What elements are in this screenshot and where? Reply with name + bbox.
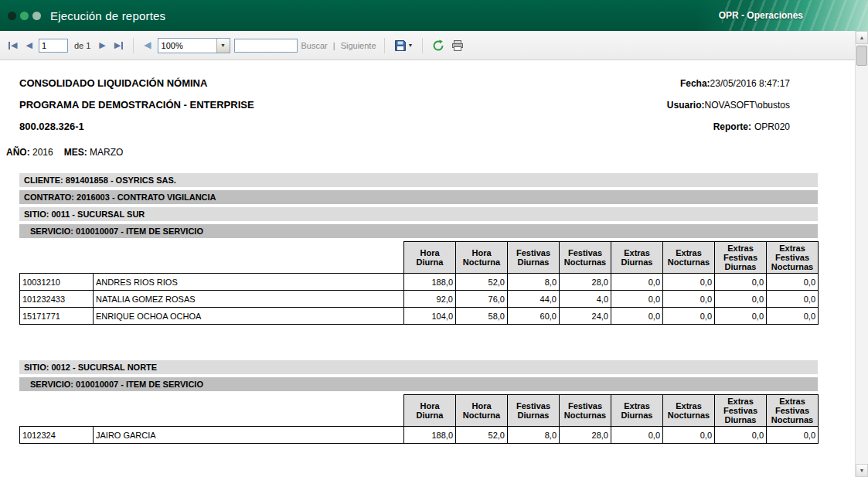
sitio-section: SITIO: 0012 - SUCURSAL NORTE SERVICIO: 0… xyxy=(19,360,868,444)
value-cell: 44,0 xyxy=(508,291,560,308)
app-title: Ejecución de reportes xyxy=(50,9,165,22)
zoom-value: 100% xyxy=(158,41,216,50)
prev-page-button[interactable]: ◀ xyxy=(23,39,34,51)
window-dot-2[interactable] xyxy=(20,12,29,20)
scroll-down-icon: ▼ xyxy=(859,468,865,473)
value-cell: 76,0 xyxy=(456,291,508,308)
value-cell: 52,0 xyxy=(456,274,508,291)
value-cell: 0,0 xyxy=(611,308,663,325)
report-toolbar: ◀ ◀ de 1 ▶ ▶ ◀ 100% ▼ Buscar | Siguiente… xyxy=(0,31,855,60)
back-icon: ◀ xyxy=(144,41,151,49)
value-cell: 0,0 xyxy=(767,274,819,291)
value-cell: 60,0 xyxy=(508,308,560,325)
column-header: HoraNocturna xyxy=(456,242,508,274)
page-number-input[interactable] xyxy=(39,39,68,53)
value-cell: 0,0 xyxy=(715,291,767,308)
window-dot-3[interactable] xyxy=(32,12,41,20)
employee-id-cell: 15171771 xyxy=(20,308,94,325)
chevron-down-icon: ▼ xyxy=(220,43,226,48)
value-cell: 104,0 xyxy=(404,308,456,325)
blank-header-cell xyxy=(20,395,94,427)
column-header: FestivasDiurnas xyxy=(508,242,560,274)
employee-name-cell: NATALIA GOMEZ ROSAS xyxy=(94,291,404,308)
column-header: ExtrasNocturnas xyxy=(663,395,715,427)
back-to-parent-button[interactable]: ◀ xyxy=(141,39,153,51)
page-count-label: de 1 xyxy=(74,41,90,50)
report-date-line: Fecha:23/05/2016 8:47:17 xyxy=(667,73,790,94)
report-user-line: Usuario:NOVASOFT\obustos xyxy=(667,94,790,116)
value-cell: 188,0 xyxy=(404,427,456,444)
first-page-button[interactable]: ◀ xyxy=(6,39,19,51)
vertical-scrollbar[interactable]: ▲ ▼ xyxy=(855,31,868,477)
window-dot-1[interactable] xyxy=(8,12,16,20)
value-cell: 188,0 xyxy=(404,274,456,291)
window-controls xyxy=(8,12,41,20)
next-page-icon: ▶ xyxy=(99,41,105,49)
search-input[interactable] xyxy=(234,39,298,53)
printer-icon xyxy=(451,39,464,52)
sitio-band: SITIO: 0011 - SUCURSAL SUR xyxy=(19,207,818,221)
find-link[interactable]: Buscar xyxy=(301,41,328,50)
report-program: PROGRAMA DE DEMOSTRACIÓN - ENTERPRISE xyxy=(19,94,667,116)
next-page-button[interactable]: ▶ xyxy=(97,39,107,51)
value-cell: 0,0 xyxy=(663,308,715,325)
employee-id-cell: 1012324 xyxy=(20,427,94,444)
value-cell: 0,0 xyxy=(715,274,767,291)
brand-swoosh: OPR - Operaciones xyxy=(698,0,868,31)
table-row: 101232433NATALIA GOMEZ ROSAS92,076,044,0… xyxy=(20,291,819,308)
value-cell: 24,0 xyxy=(560,308,611,325)
employee-name-cell: JAIRO GARCIA xyxy=(94,427,404,444)
find-next-link[interactable]: Siguiente xyxy=(341,41,376,50)
column-header: FestivasNocturnas xyxy=(560,395,611,427)
zoom-select[interactable]: 100% ▼ xyxy=(158,38,230,53)
value-cell: 52,0 xyxy=(456,427,508,444)
value-cell: 0,0 xyxy=(663,274,715,291)
report-table: HoraDiurnaHoraNocturnaFestivasDiurnasFes… xyxy=(19,241,819,325)
column-header: HoraNocturna xyxy=(456,395,508,427)
report-body: CONSOLIDADO LIQUIDACIÓN NÓMINA PROGRAMA … xyxy=(0,60,868,444)
scroll-up-button[interactable]: ▲ xyxy=(856,31,868,44)
report-table: HoraDiurnaHoraNocturnaFestivasDiurnasFes… xyxy=(19,394,819,444)
value-cell: 28,0 xyxy=(560,274,611,291)
value-cell: 0,0 xyxy=(611,291,663,308)
column-header: FestivasNocturnas xyxy=(560,242,611,274)
print-button[interactable] xyxy=(450,38,465,53)
value-cell: 0,0 xyxy=(767,308,819,325)
column-header: ExtrasFestivasDiurnas xyxy=(715,242,767,274)
column-header: ExtrasFestivasNocturnas xyxy=(767,395,819,427)
servicio-band: SERVICIO: 010010007 - ITEM DE SERVICIO xyxy=(19,224,818,238)
blank-header-cell xyxy=(94,395,404,427)
scroll-down-button[interactable]: ▼ xyxy=(856,464,868,477)
sitio-section: SITIO: 0011 - SUCURSAL SUR SERVICIO: 010… xyxy=(19,207,868,325)
employee-id-cell: 101232433 xyxy=(20,291,94,308)
last-page-button[interactable]: ▶ xyxy=(112,39,125,51)
report-sections: SITIO: 0011 - SUCURSAL SUR SERVICIO: 010… xyxy=(19,207,868,444)
zoom-dropdown-button[interactable]: ▼ xyxy=(216,39,230,53)
toolbar-separator xyxy=(384,38,385,53)
table-row: 15171771ENRIQUE OCHOA OCHOA104,058,060,0… xyxy=(20,308,819,325)
value-cell: 0,0 xyxy=(663,291,715,308)
table-row: 10031210ANDRES RIOS RIOS188,052,08,028,0… xyxy=(20,274,819,291)
export-button[interactable]: ▼ xyxy=(393,38,415,53)
blank-header-cell xyxy=(94,242,404,274)
prev-page-icon: ◀ xyxy=(26,41,32,49)
column-header: HoraDiurna xyxy=(404,242,456,274)
period-line: AÑO: 2016MES: MARZO xyxy=(6,147,868,158)
value-cell: 0,0 xyxy=(767,291,819,308)
value-cell: 28,0 xyxy=(560,427,611,444)
servicio-band: SERVICIO: 010010007 - ITEM DE SERVICIO xyxy=(19,377,818,391)
scroll-up-icon: ▲ xyxy=(859,35,865,40)
module-label: OPR - Operaciones xyxy=(719,10,803,21)
scrollbar-thumb[interactable] xyxy=(856,46,867,66)
report-nit: 800.028.326-1 xyxy=(19,116,667,138)
refresh-button[interactable] xyxy=(431,38,446,53)
refresh-icon xyxy=(432,39,444,52)
report-title: CONSOLIDADO LIQUIDACIÓN NÓMINA xyxy=(19,73,667,94)
employee-id-cell: 10031210 xyxy=(20,274,94,291)
toolbar-separator xyxy=(422,38,423,53)
value-cell: 8,0 xyxy=(508,274,560,291)
value-cell: 0,0 xyxy=(611,427,663,444)
employee-name-cell: ENRIQUE OCHOA OCHOA xyxy=(94,308,404,325)
save-export-icon xyxy=(394,39,407,52)
employee-name-cell: ANDRES RIOS RIOS xyxy=(94,274,404,291)
